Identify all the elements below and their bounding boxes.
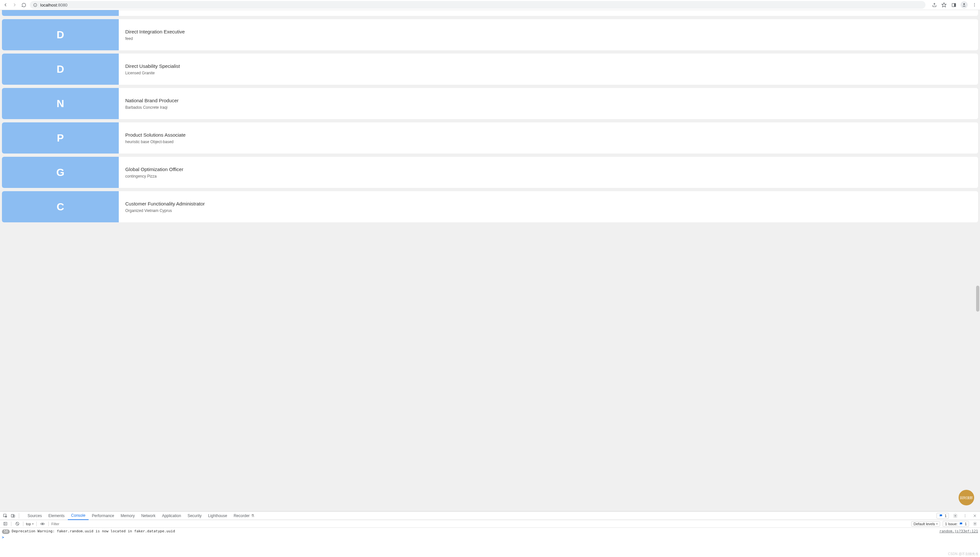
card-avatar: N — [2, 88, 119, 119]
reload-button[interactable] — [21, 2, 27, 8]
address-bar[interactable]: localhost:8080 — [30, 1, 925, 9]
share-icon[interactable] — [931, 2, 937, 8]
svg-rect-19 — [3, 522, 7, 525]
card-avatar: P — [2, 122, 119, 153]
svg-rect-10 — [3, 514, 6, 516]
separator — [11, 522, 11, 526]
console-sidebar-toggle-icon[interactable] — [2, 521, 8, 527]
page-scroll[interactable]: D Direct Integration Executive feed D Di… — [0, 10, 980, 511]
inspect-element-icon[interactable] — [2, 513, 8, 519]
message-icon — [959, 522, 964, 526]
list-item[interactable]: G Global Optimization Officer contingenc… — [2, 157, 978, 188]
svg-point-8 — [974, 5, 975, 5]
card-title: Product Solutions Associate — [125, 132, 972, 138]
console-message-text: Deprecation Warning: faker.random.uuid i… — [12, 529, 938, 533]
card-subtitle: feed — [125, 36, 972, 41]
tab-security[interactable]: Security — [184, 511, 205, 520]
console-source-link[interactable]: random.js?33ef:121 — [939, 529, 978, 533]
separator — [36, 522, 37, 526]
devtools-tabbar: Sources Elements Console Performance Mem… — [0, 511, 980, 520]
card-title: Direct Integration Executive — [125, 29, 972, 34]
console-message-row: 50 Deprecation Warning: faker.random.uui… — [2, 528, 978, 534]
card-avatar: D — [2, 54, 119, 85]
svg-point-16 — [965, 516, 965, 517]
svg-point-6 — [964, 3, 965, 5]
list-item[interactable]: N National Brand Producer Barbados Concr… — [2, 88, 978, 119]
message-count-badge: 50 — [2, 529, 10, 534]
console-filter-input[interactable] — [51, 522, 110, 526]
scrollbar-thumb[interactable] — [976, 286, 979, 312]
tab-sources[interactable]: Sources — [24, 511, 45, 520]
scroll-to-top-label: 回到顶部 — [960, 496, 973, 500]
card-subtitle: contingency Pizza — [125, 174, 972, 179]
devtools-settings-icon[interactable] — [952, 513, 959, 519]
tab-network[interactable]: Network — [138, 511, 159, 520]
list-item[interactable] — [2, 10, 978, 16]
list-item[interactable]: P Product Solutions Associate heuristic … — [2, 122, 978, 153]
live-expression-icon[interactable] — [39, 521, 46, 527]
forward-button[interactable] — [12, 2, 18, 8]
devtools-more-icon[interactable] — [962, 513, 968, 519]
svg-point-7 — [974, 3, 975, 4]
console-messages-badge[interactable]: 1 — [936, 513, 949, 519]
device-toolbar-icon[interactable] — [10, 513, 16, 519]
tab-performance[interactable]: Performance — [89, 511, 117, 520]
clear-console-icon[interactable] — [14, 521, 20, 527]
card-subtitle: Barbados Concrete Iraqi — [125, 105, 972, 110]
tab-lighthouse[interactable]: Lighthouse — [205, 511, 231, 520]
card-list: D Direct Integration Executive feed D Di… — [0, 10, 980, 222]
issues-badge[interactable]: 1 Issue: 1 — [943, 521, 969, 527]
bookmark-icon[interactable] — [941, 2, 947, 8]
console-output[interactable]: 50 Deprecation Warning: faker.random.uui… — [0, 528, 980, 557]
browser-right-actions — [929, 1, 977, 8]
svg-line-22 — [16, 523, 18, 525]
preview-icon: ⚗ — [251, 513, 254, 518]
tab-application[interactable]: Application — [159, 511, 184, 520]
svg-rect-5 — [954, 3, 956, 7]
profile-avatar[interactable] — [960, 1, 968, 8]
card-title: Direct Usability Specialist — [125, 63, 972, 69]
card-title: Customer Functionality Administrator — [125, 201, 972, 207]
tab-memory[interactable]: Memory — [117, 511, 138, 520]
list-item[interactable]: C Customer Functionality Administrator O… — [2, 191, 978, 222]
card-subtitle: Organized Vietnam Cyprus — [125, 208, 972, 213]
svg-point-24 — [974, 523, 975, 524]
svg-point-23 — [42, 523, 44, 524]
separator — [23, 522, 23, 526]
card-subtitle: Licensed Granite — [125, 71, 972, 75]
log-levels-select[interactable]: Default levels — [911, 521, 940, 526]
scroll-to-top-button[interactable]: 回到顶部 — [959, 490, 974, 505]
console-settings-icon[interactable] — [972, 521, 978, 527]
tab-recorder[interactable]: Recorder⚗ — [231, 511, 258, 520]
svg-point-9 — [974, 6, 975, 7]
svg-point-15 — [965, 515, 965, 516]
list-item[interactable]: D Direct Integration Executive feed — [2, 19, 978, 50]
back-button[interactable] — [3, 2, 8, 8]
tab-elements[interactable]: Elements — [45, 511, 68, 520]
site-info-icon[interactable] — [33, 3, 37, 7]
devtools-panel: Sources Elements Console Performance Mem… — [0, 511, 980, 557]
page-viewport: D Direct Integration Executive feed D Di… — [0, 10, 980, 511]
browser-menu-icon[interactable] — [972, 2, 977, 8]
card-avatar: D — [2, 19, 119, 50]
execution-context-select[interactable]: top — [26, 522, 34, 526]
list-item[interactable]: D Direct Usability Specialist Licensed G… — [2, 54, 978, 85]
card-avatar — [2, 10, 119, 16]
card-title: National Brand Producer — [125, 98, 972, 103]
vertical-scrollbar[interactable] — [976, 10, 979, 511]
console-toolbar: top Default levels 1 Issue: 1 — [0, 520, 980, 528]
card-avatar: G — [2, 157, 119, 188]
separator — [19, 513, 19, 518]
card-title: Global Optimization Officer — [125, 166, 972, 172]
svg-marker-3 — [942, 3, 946, 7]
url-text: localhost:8080 — [40, 3, 68, 8]
console-prompt[interactable]: > — [2, 534, 978, 540]
side-panel-icon[interactable] — [951, 2, 957, 8]
devtools-close-icon[interactable] — [972, 513, 978, 519]
svg-point-14 — [965, 514, 965, 515]
message-icon — [939, 513, 943, 518]
card-avatar: C — [2, 191, 119, 222]
separator — [48, 522, 49, 526]
card-subtitle: heuristic base Object-based — [125, 140, 972, 144]
tab-console[interactable]: Console — [68, 511, 89, 520]
